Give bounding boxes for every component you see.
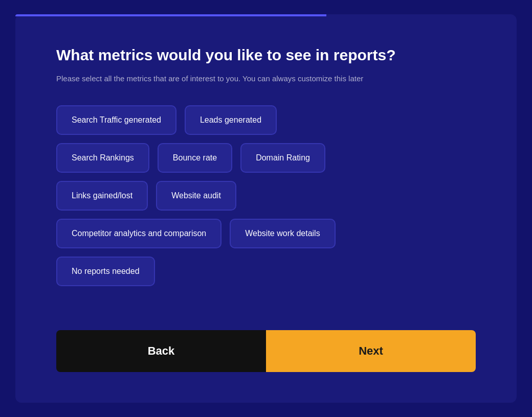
page-subtitle: Please select all the metrics that are o…	[56, 73, 384, 85]
option-chip-bounce-rate[interactable]: Bounce rate	[158, 143, 232, 173]
option-chip-website-work-details[interactable]: Website work details	[230, 219, 335, 248]
main-card: What metrics would you like to see in re…	[15, 14, 517, 403]
option-chip-search-rankings[interactable]: Search Rankings	[56, 143, 149, 173]
option-chip-domain-rating[interactable]: Domain Rating	[240, 143, 325, 173]
content-area: What metrics would you like to see in re…	[56, 45, 476, 310]
options-grid: Search Traffic generatedLeads generatedS…	[56, 105, 476, 310]
options-row-0: Search Traffic generatedLeads generated	[56, 105, 476, 135]
back-button[interactable]: Back	[56, 330, 266, 372]
option-chip-leads-generated[interactable]: Leads generated	[185, 105, 277, 135]
page-title: What metrics would you like to see in re…	[56, 45, 476, 65]
option-chip-website-audit[interactable]: Website audit	[156, 181, 236, 211]
options-row-2: Links gained/lostWebsite audit	[56, 181, 476, 211]
option-chip-links-gained-lost[interactable]: Links gained/lost	[56, 181, 148, 211]
buttons-row: Back Next	[56, 330, 476, 372]
options-row-1: Search RankingsBounce rateDomain Rating	[56, 143, 476, 173]
options-row-3: Competitor analytics and comparisonWebsi…	[56, 219, 476, 248]
option-chip-no-reports[interactable]: No reports needed	[56, 257, 155, 286]
option-chip-competitor-analytics[interactable]: Competitor analytics and comparison	[56, 219, 221, 248]
progress-bar	[15, 14, 326, 16]
options-row-4: No reports needed	[56, 257, 476, 286]
option-chip-search-traffic[interactable]: Search Traffic generated	[56, 105, 176, 135]
next-button[interactable]: Next	[266, 330, 476, 372]
